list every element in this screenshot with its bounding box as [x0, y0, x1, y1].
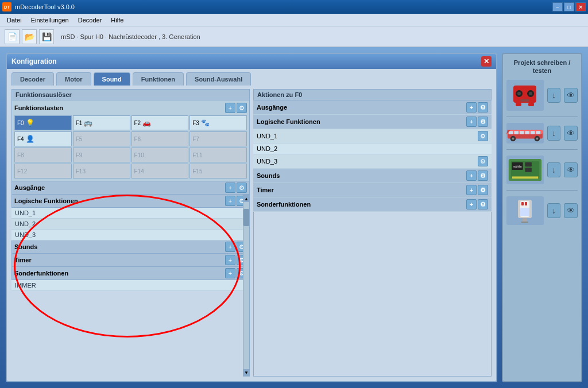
fkeys-add-button[interactable]: +: [225, 103, 235, 113]
ausgaenge-row: Ausgänge + ⚙: [11, 181, 250, 195]
right-und1-settings-button[interactable]: ⚙: [478, 131, 488, 141]
right-und3-row: UND_3 ⚙: [253, 154, 492, 169]
right-ausgaenge-settings-button[interactable]: ⚙: [478, 102, 488, 112]
tab-sound[interactable]: Sound: [94, 72, 130, 86]
train-view-button[interactable]: 👁: [564, 126, 578, 141]
left-scrollbar[interactable]: ▲ ▼: [243, 195, 250, 377]
svg-rect-7: [528, 103, 534, 106]
sounds-label: Sounds: [14, 243, 37, 250]
board-svg: märklin: [506, 156, 544, 184]
svg-rect-24: [525, 162, 531, 166]
right-sonderfunktionen-settings-button[interactable]: ⚙: [478, 199, 488, 209]
fkey-f8[interactable]: F8: [14, 148, 72, 162]
fkeys-settings-button[interactable]: ⚙: [237, 103, 247, 113]
fkey-f11[interactable]: F11: [189, 148, 247, 162]
save-button[interactable]: 💾: [39, 29, 54, 44]
right-sounds-settings-button[interactable]: ⚙: [478, 170, 488, 181]
right-und3-settings-button[interactable]: ⚙: [478, 156, 488, 166]
right-timer-row: Timer + ⚙: [253, 183, 492, 197]
fkey-f5[interactable]: F5: [73, 131, 130, 146]
menu-hilfe[interactable]: Hilfe: [106, 15, 128, 25]
fkey-f9[interactable]: F9: [73, 148, 130, 162]
open-button[interactable]: 📂: [22, 29, 37, 44]
menu-decoder[interactable]: Decoder: [74, 15, 107, 25]
svg-rect-32: [521, 202, 524, 205]
timer-add-button[interactable]: +: [225, 255, 235, 265]
sidebar: Projekt schreiben / testen ↓ 👁: [502, 53, 582, 382]
right-timer-settings-button[interactable]: ⚙: [478, 185, 488, 195]
svg-rect-10: [509, 131, 513, 134]
logische-funktionen-label: Logische Funktionen: [14, 197, 78, 204]
svg-point-19: [536, 137, 538, 139]
tab-decoder[interactable]: Decoder: [11, 72, 54, 86]
logische-add-button[interactable]: +: [225, 196, 235, 206]
scroll-down-arrow[interactable]: ▼: [243, 369, 249, 376]
right-und3-label: UND_3: [257, 158, 277, 165]
list-item-immer[interactable]: IMMER: [11, 280, 250, 291]
fkey-f4[interactable]: F4 👤: [14, 131, 72, 146]
left-scroll-container: Logische Funktionen + ⚙ UND_1 UND_2 UND_…: [11, 195, 250, 377]
list-item-und2[interactable]: UND_2: [11, 219, 250, 230]
fkey-f0[interactable]: F0 💡: [14, 115, 72, 130]
fkey-f12[interactable]: F12: [14, 164, 72, 179]
fkey-f7[interactable]: F7: [189, 131, 247, 146]
usb-view-button[interactable]: 👁: [564, 203, 578, 218]
tab-funktionen[interactable]: Funktionen: [133, 72, 184, 86]
list-item-und1[interactable]: UND_1: [11, 208, 250, 219]
fkey-f6[interactable]: F6: [131, 131, 189, 146]
right-ausgaenge-add-button[interactable]: +: [466, 102, 477, 112]
dialog-close-button[interactable]: ✕: [481, 56, 492, 67]
right-logische-settings-button[interactable]: ⚙: [478, 117, 488, 127]
sounds-row: Sounds + ⚙: [11, 240, 250, 254]
right-sounds-add-button[interactable]: +: [466, 170, 477, 181]
train-row: ↓ 👁: [506, 123, 578, 143]
tab-motor[interactable]: Motor: [56, 72, 91, 86]
menu-datei[interactable]: Datei: [2, 15, 26, 25]
list-item-und3[interactable]: UND_3: [11, 230, 250, 240]
minimize-button[interactable]: −: [552, 2, 563, 11]
new-button[interactable]: 📄: [5, 29, 20, 44]
sonderfunktionen-row: Sonderfunktionen + ⚙: [11, 267, 250, 280]
train-download-button[interactable]: ↓: [547, 126, 561, 141]
fkey-f10[interactable]: F10: [131, 148, 189, 162]
right-timer-label: Timer: [257, 187, 274, 193]
logische-funktionen-row: Logische Funktionen + ⚙: [11, 195, 250, 208]
board-download-button[interactable]: ↓: [547, 162, 561, 177]
tab-sound-auswahl[interactable]: Sound-Auswahl: [186, 72, 251, 86]
fkey-f2[interactable]: F2 🚗: [131, 115, 189, 130]
scrollbar-thumb[interactable]: [243, 209, 249, 226]
right-timer-add-button[interactable]: +: [466, 185, 477, 195]
window-controls: − □ ✕: [552, 2, 586, 11]
ausgaenge-add-button[interactable]: +: [225, 183, 235, 193]
fkey-f13[interactable]: F13: [73, 164, 130, 179]
fkey-f15[interactable]: F15: [189, 164, 247, 179]
robot-download-button[interactable]: ↓: [547, 88, 561, 103]
divider-1: [506, 117, 578, 117]
fkey-f3[interactable]: F3 🐾: [189, 115, 247, 130]
fkey-f1[interactable]: F1 🚌: [73, 115, 130, 130]
sonderfunktionen-add-button[interactable]: +: [225, 268, 235, 278]
close-window-button[interactable]: ✕: [575, 2, 586, 11]
svg-text:märklin: märklin: [513, 165, 522, 168]
right-empty-space: [253, 212, 492, 377]
scroll-up-arrow[interactable]: ▲: [243, 195, 249, 202]
fkey-f14[interactable]: F14: [131, 164, 189, 179]
sounds-add-button[interactable]: +: [225, 242, 235, 252]
board-view-button[interactable]: 👁: [564, 162, 578, 177]
menu-einstellungen[interactable]: Einstellungen: [26, 15, 74, 25]
decoder-label: mSD · Spur H0 · Nachrüstdecoder , 3. Gen…: [61, 33, 200, 40]
train-svg: [506, 124, 544, 142]
usb-download-button[interactable]: ↓: [547, 203, 561, 218]
right-sonderfunktionen-add-button[interactable]: +: [466, 199, 477, 209]
right-panel-title: Aktionen zu F0: [253, 89, 492, 100]
robot-view-button[interactable]: 👁: [564, 88, 578, 103]
main-area: Konfiguration ✕ Decoder Motor Sound Funk…: [0, 47, 588, 388]
ausgaenge-settings-button[interactable]: ⚙: [237, 183, 247, 193]
timer-label: Timer: [14, 257, 32, 263]
title-bar: DT mDecoderTool v3.0.0 − □ ✕: [0, 0, 588, 14]
right-sonderfunktionen-row: Sonderfunktionen + ⚙: [253, 197, 492, 212]
config-dialog: Konfiguration ✕ Decoder Motor Sound Funk…: [6, 53, 497, 382]
maximize-button[interactable]: □: [564, 2, 574, 11]
board-device-image: märklin: [506, 156, 544, 184]
right-logische-add-button[interactable]: +: [466, 117, 477, 127]
